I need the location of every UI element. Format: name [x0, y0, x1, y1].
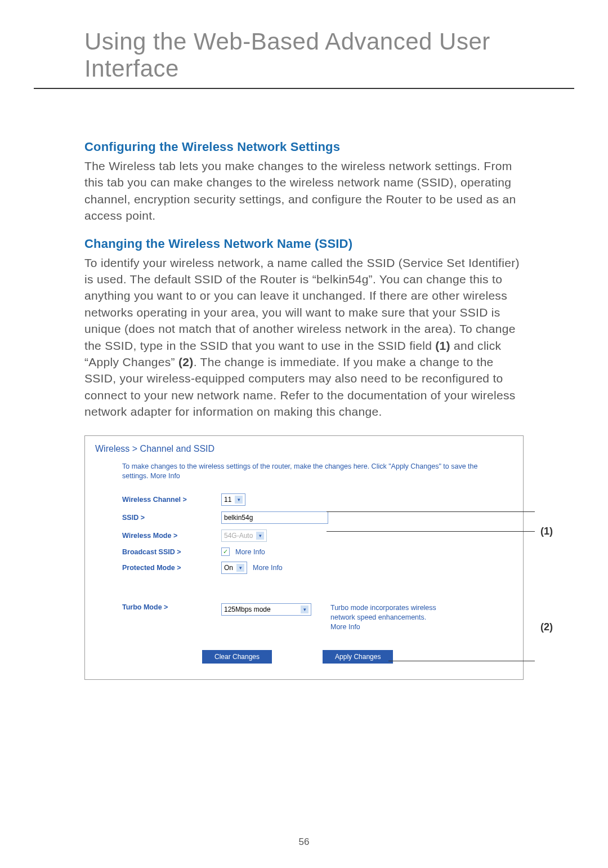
ssid-value: belkin54g — [224, 514, 253, 522]
router-panel-wrap: Wireless > Channel and SSID To make chan… — [84, 435, 524, 679]
section-heading-config: Configuring the Wireless Network Setting… — [84, 140, 524, 154]
ssid-input[interactable]: belkin54g — [221, 511, 328, 524]
row-ssid: SSID > belkin54g — [122, 511, 513, 524]
clear-changes-button[interactable]: Clear Changes — [202, 650, 272, 664]
panel-intro: To make changes to the wireless settings… — [122, 462, 482, 481]
page-number: 56 — [0, 836, 608, 848]
label-ssid: SSID > — [122, 514, 221, 522]
section-heading-ssid: Changing the Wireless Network Name (SSID… — [84, 237, 524, 251]
broadcast-ssid-checkbox[interactable]: ✓ — [221, 547, 230, 556]
chevron-down-icon: ▾ — [235, 496, 243, 504]
ref-2-inline: (2) — [178, 355, 194, 368]
label-broadcast-ssid: Broadcast SSID > — [122, 548, 221, 556]
row-broadcast-ssid: Broadcast SSID > ✓ More Info — [122, 547, 513, 556]
row-turbo-mode: Turbo Mode > 125Mbps mode ▾ Turbo mode i… — [122, 603, 513, 632]
breadcrumb: Wireless > Channel and SSID — [95, 444, 513, 454]
wireless-mode-value: 54G-Auto — [224, 532, 253, 540]
leader-line-1b — [327, 531, 535, 532]
page-title: Using the Web-Based Advanced User Interf… — [34, 28, 574, 89]
protected-mode-select[interactable]: On ▾ — [221, 562, 247, 574]
leader-line-1 — [327, 511, 535, 512]
wireless-mode-select[interactable]: 54G-Auto ▾ — [221, 529, 267, 542]
chevron-down-icon: ▾ — [301, 606, 309, 613]
check-icon: ✓ — [223, 548, 228, 555]
chevron-down-icon: ▾ — [256, 532, 264, 540]
router-panel: Wireless > Channel and SSID To make chan… — [84, 435, 524, 679]
turbo-mode-desc: Turbo mode incorporates wireless network… — [330, 603, 443, 632]
wireless-channel-select[interactable]: 11 ▾ — [221, 493, 245, 506]
broadcast-more-info-link[interactable]: More Info — [235, 548, 265, 556]
leader-line-2 — [388, 661, 535, 661]
row-wireless-channel: Wireless Channel > 11 ▾ — [122, 493, 513, 506]
chevron-down-icon: ▾ — [236, 564, 244, 572]
label-wireless-channel: Wireless Channel > — [122, 496, 221, 504]
apply-changes-button[interactable]: Apply Changes — [323, 650, 393, 664]
wireless-channel-value: 11 — [224, 496, 231, 504]
body-text-config: The Wireless tab lets you make changes t… — [84, 158, 524, 224]
ref-1-inline: (1) — [435, 339, 450, 352]
body-text-ssid-a: To identify your wireless network, a nam… — [84, 256, 520, 352]
turbo-mode-value: 125Mbps mode — [224, 606, 271, 613]
protected-mode-value: On — [224, 564, 233, 572]
turbo-mode-select[interactable]: 125Mbps mode ▾ — [221, 603, 311, 616]
callout-2: (2) — [540, 621, 553, 633]
label-turbo-mode: Turbo Mode > — [122, 603, 221, 611]
protected-more-info-link[interactable]: More Info — [253, 564, 283, 572]
body-text-ssid: To identify your wireless network, a nam… — [84, 255, 524, 420]
label-wireless-mode: Wireless Mode > — [122, 532, 221, 540]
label-protected-mode: Protected Mode > — [122, 564, 221, 572]
row-protected-mode: Protected Mode > On ▾ More Info — [122, 562, 513, 574]
callout-1: (1) — [540, 526, 553, 537]
